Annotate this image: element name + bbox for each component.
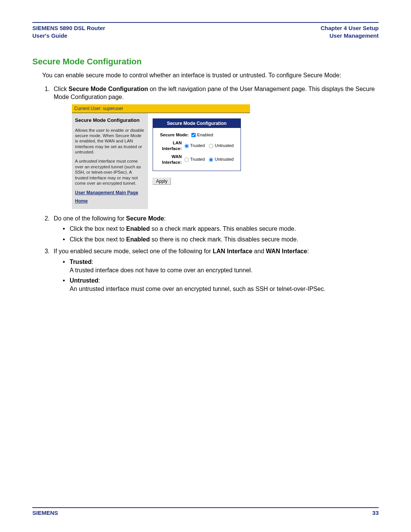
mock-userbar: Current User: superuser: [72, 104, 250, 113]
apply-button[interactable]: Apply: [153, 178, 171, 185]
wan-trusted-radio[interactable]: [184, 157, 189, 162]
step2a-post: so a check mark appears. This enables se…: [150, 225, 296, 232]
step3-post: :: [307, 248, 309, 254]
intro-text: You can enable secure mode to control wh…: [42, 71, 379, 80]
step3-option-untrusted: Untrusted: An untrusted interface must c…: [63, 276, 379, 293]
header-chapter: Chapter 4 User Setup: [320, 24, 379, 32]
config-box-head: Secure Mode Configuration: [153, 119, 241, 128]
step2-bold: Secure Mode: [126, 215, 164, 222]
footer-brand: SIEMENS: [32, 510, 58, 516]
secure-mode-enabled-text: Enabled: [197, 132, 213, 138]
wan-untrusted-text: Untrusted: [215, 157, 234, 163]
wan-untrusted-radio[interactable]: [209, 157, 213, 162]
header-section: User Management: [320, 32, 379, 40]
config-box: Secure Mode Configuration Secure Mode: E…: [153, 118, 241, 171]
mock-link-user-mgmt[interactable]: User Management Main Page: [75, 190, 145, 196]
step2-post: :: [164, 215, 166, 222]
lan-label: LAN Interface:: [156, 140, 182, 152]
step2-option-a: Click the box next to Enabled so a check…: [63, 225, 379, 233]
trusted-text: A trusted interface does not have to com…: [70, 267, 252, 273]
mock-left-title: Secure Mode Configuration: [75, 117, 145, 124]
untrusted-label: Untrusted: [70, 277, 99, 284]
step-2: Do one of the following for Secure Mode:…: [51, 214, 379, 244]
step2-pre: Do one of the following for: [54, 215, 126, 222]
step2a-pre: Click the box next to: [70, 225, 126, 232]
mock-left-pane: Secure Mode Configuration Allows the use…: [72, 113, 148, 209]
step1-pre: Click: [54, 86, 68, 92]
page-footer: SIEMENS 33: [32, 507, 379, 516]
mock-right-pane: Secure Mode Configuration Secure Mode: E…: [148, 113, 250, 209]
step2b-bold: Enabled: [126, 236, 150, 243]
step2b-post: so there is no check mark. This disables…: [150, 236, 298, 243]
lan-untrusted-radio[interactable]: [209, 144, 213, 148]
step2-option-b: Click the box next to Enabled so there i…: [63, 235, 379, 244]
step3-pre: If you enabled secure mode, select one o…: [54, 248, 213, 254]
step2b-pre: Click the box next to: [70, 236, 126, 243]
untrusted-text: An untrusted interface must come over an…: [70, 286, 325, 292]
wan-label: WAN Interface:: [156, 154, 182, 166]
section-title: Secure Mode Configuration: [32, 57, 379, 67]
header-product: SIEMENS 5890 DSL Router: [32, 24, 105, 32]
secure-mode-label: Secure Mode:: [156, 132, 189, 138]
mock-left-p2: A untrusted interface must come over an …: [75, 158, 145, 186]
step3-mid: and: [252, 248, 266, 254]
step1-bold: Secure Mode Configuration: [68, 86, 148, 92]
step3-bold2: WAN Interface: [266, 248, 307, 254]
page-header: SIEMENS 5890 DSL Router User's Guide Cha…: [32, 24, 379, 39]
footer-page-number: 33: [372, 510, 379, 516]
footer-rule: [32, 507, 379, 508]
lan-untrusted-text: Untrusted: [215, 143, 234, 149]
step2a-bold: Enabled: [126, 225, 150, 232]
lan-trusted-text: Trusted: [190, 143, 205, 149]
step-3: If you enabled secure mode, select one o…: [51, 247, 379, 293]
screenshot-mock: Current User: superuser Secure Mode Conf…: [72, 104, 250, 209]
trusted-label: Trusted: [70, 259, 92, 265]
mock-left-p1: Allows the user to enable or disable sec…: [75, 128, 145, 155]
lan-trusted-radio[interactable]: [184, 144, 189, 148]
secure-mode-checkbox[interactable]: [191, 133, 196, 137]
mock-link-home[interactable]: Home: [75, 198, 145, 204]
step-1: Click Secure Mode Configuration on the l…: [51, 85, 379, 209]
wan-trusted-text: Trusted: [190, 157, 205, 163]
header-guide: User's Guide: [32, 32, 105, 40]
step3-option-trusted: Trusted: A trusted interface does not ha…: [63, 258, 379, 274]
header-rule: [32, 22, 379, 23]
step3-bold1: LAN Interface: [213, 248, 252, 254]
